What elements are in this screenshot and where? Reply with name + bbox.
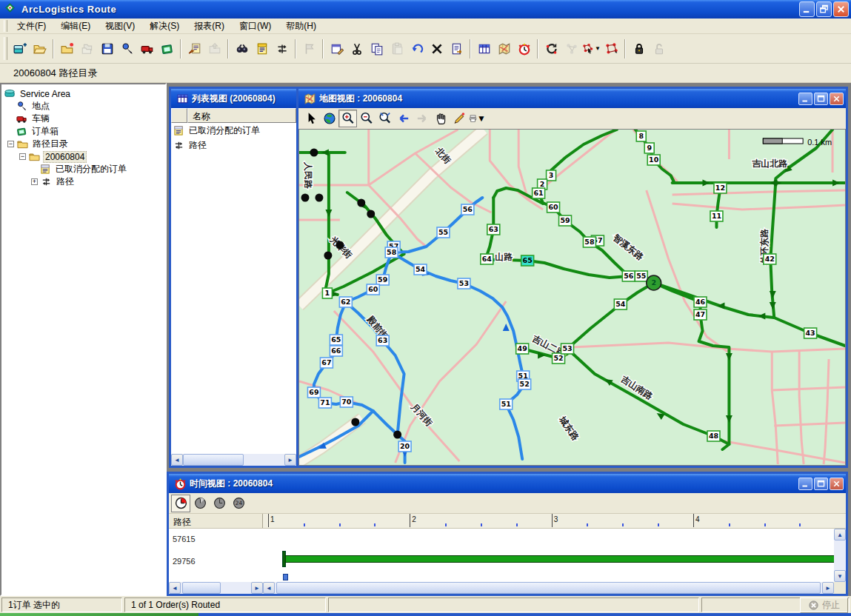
start-button-sliver[interactable] bbox=[0, 613, 198, 616]
map-marker-3[interactable]: 3 bbox=[547, 170, 556, 181]
tree-item-车辆[interactable]: 车辆 bbox=[1, 113, 165, 125]
blank-column-header[interactable] bbox=[171, 108, 187, 123]
toolbar-button-locations[interactable] bbox=[117, 38, 137, 58]
map-marker-53[interactable]: 53 bbox=[561, 344, 574, 354]
map-close-button[interactable] bbox=[830, 93, 844, 105]
toolbar-button-open[interactable] bbox=[30, 38, 50, 58]
timeline-position-marker[interactable] bbox=[283, 574, 288, 580]
scroll-left-arrow[interactable]: ◄ bbox=[171, 454, 183, 466]
map-marker-63[interactable]: 63 bbox=[376, 335, 389, 346]
toolbar-button-find[interactable] bbox=[232, 38, 252, 58]
map-marker-49[interactable]: 49 bbox=[516, 344, 529, 354]
time-minimize-button[interactable] bbox=[798, 478, 812, 490]
scroll-left-arrow[interactable]: ◄ bbox=[263, 582, 275, 594]
map-marker-66[interactable]: 66 bbox=[330, 346, 342, 356]
tree-item-20060804[interactable]: −20060804 bbox=[1, 150, 165, 163]
time-row-57615[interactable]: 57615 bbox=[173, 535, 196, 543]
toolbar-button-reroute[interactable]: ▼ bbox=[581, 38, 601, 58]
time-right-hscrollbar[interactable]: ◄ ► bbox=[263, 582, 834, 594]
toolbar-button-order-box[interactable] bbox=[157, 38, 177, 58]
toolbar-button-undo[interactable] bbox=[407, 38, 427, 58]
menu-item-解决(S)[interactable]: 解决(S) bbox=[142, 19, 187, 33]
toolbar-button-save[interactable] bbox=[97, 38, 117, 58]
tree-item-已取消分配的订单[interactable]: 已取消分配的订单 bbox=[1, 163, 165, 175]
scroll-left-arrow[interactable]: ◄ bbox=[169, 582, 181, 594]
toolbar-button-properties[interactable] bbox=[327, 38, 347, 58]
tree-item-订单箱[interactable]: 订单箱 bbox=[1, 125, 165, 138]
map-tool-globe-extent[interactable] bbox=[320, 110, 338, 127]
map-tool-back[interactable] bbox=[394, 110, 413, 127]
time-view-titlebar[interactable]: 时间视图 : 20060804 bbox=[169, 474, 846, 493]
map-marker-55[interactable]: 55 bbox=[635, 271, 647, 281]
toolbar-button-list-view[interactable] bbox=[252, 38, 272, 58]
map-marker-47[interactable]: 47 bbox=[694, 309, 707, 320]
time-tool-clock-24[interactable]: 24 bbox=[229, 495, 248, 512]
menu-item-编辑(E)[interactable]: 编辑(E) bbox=[53, 19, 98, 33]
menu-item-视图(V)[interactable]: 视图(V) bbox=[98, 19, 142, 33]
map-maximize-button[interactable] bbox=[814, 93, 828, 105]
time-vscrollbar[interactable]: ▲ ▼ bbox=[834, 529, 846, 582]
map-marker-62[interactable]: 62 bbox=[339, 297, 352, 307]
toolbar-button-vehicles[interactable] bbox=[137, 38, 157, 58]
map-tool-zoom-out[interactable] bbox=[357, 110, 376, 127]
menu-item-窗口(W)[interactable]: 窗口(W) bbox=[232, 19, 278, 33]
map-marker-54[interactable]: 54 bbox=[614, 299, 627, 309]
map-canvas[interactable]: 北街人民路光华街吉山北路智溪东路外环东路山路吉山二路吉山南路城东路月河街殿前街8… bbox=[298, 129, 846, 466]
map-marker-60[interactable]: 60 bbox=[547, 202, 560, 212]
map-marker-65[interactable]: 65 bbox=[330, 335, 342, 345]
map-marker-67[interactable]: 67 bbox=[320, 358, 333, 368]
map-marker-52[interactable]: 52 bbox=[518, 379, 531, 389]
time-row-29756[interactable]: 29756 bbox=[173, 557, 196, 566]
toolbar-button-new-database[interactable] bbox=[10, 38, 30, 58]
map-tool-print[interactable]: ▼ bbox=[468, 110, 487, 127]
map-marker-59[interactable]: 59 bbox=[376, 275, 389, 285]
toolbar-button-cut[interactable] bbox=[347, 38, 367, 58]
toolbar-button-time-view[interactable] bbox=[514, 38, 534, 58]
tree-item-路径目录[interactable]: −路径目录 bbox=[1, 138, 165, 150]
map-tool-zoom-selected[interactable] bbox=[376, 110, 394, 127]
time-tool-clock-day[interactable] bbox=[171, 495, 190, 512]
map-tool-pan[interactable] bbox=[431, 110, 450, 127]
toolbar-button-import-orders[interactable] bbox=[184, 38, 204, 58]
minimize-button[interactable] bbox=[799, 1, 815, 17]
toolbar-button-copy[interactable] bbox=[367, 38, 387, 58]
map-tool-zoom-in[interactable] bbox=[338, 110, 357, 127]
time-tool-clock-quarter[interactable] bbox=[190, 495, 210, 512]
map-marker-43[interactable]: 43 bbox=[804, 328, 817, 338]
map-marker-53[interactable]: 53 bbox=[458, 278, 470, 289]
map-marker-63[interactable]: 63 bbox=[487, 224, 500, 235]
tree-expander-collapse[interactable]: − bbox=[19, 153, 26, 160]
list-view-titlebar[interactable]: 列表视图 (20060804) bbox=[171, 89, 296, 108]
map-marker-8[interactable]: 8 bbox=[636, 131, 646, 141]
stop-button[interactable]: 停止 bbox=[800, 597, 848, 613]
toolbar-button-map-view[interactable] bbox=[494, 38, 514, 58]
map-marker-71[interactable]: 71 bbox=[318, 398, 331, 408]
toolbar-button-network[interactable] bbox=[601, 38, 621, 58]
tree-expander-collapse[interactable]: − bbox=[7, 141, 14, 147]
tree-item-Service Area[interactable]: Service Area bbox=[1, 87, 165, 100]
map-marker-56[interactable]: 56 bbox=[461, 204, 474, 215]
toolbar-button-lock[interactable] bbox=[629, 38, 649, 58]
map-marker-58[interactable]: 58 bbox=[583, 237, 595, 247]
scroll-down-arrow[interactable]: ▼ bbox=[834, 570, 846, 582]
map-marker-42[interactable]: 42 bbox=[764, 254, 776, 264]
map-marker-69[interactable]: 69 bbox=[307, 387, 320, 398]
map-marker-54[interactable]: 54 bbox=[414, 264, 427, 275]
menu-item-帮助(H)[interactable]: 帮助(H) bbox=[278, 19, 324, 33]
menu-item-文件(F)[interactable]: 文件(F) bbox=[10, 19, 53, 33]
map-marker-11[interactable]: 11 bbox=[710, 211, 723, 221]
map-marker-10[interactable]: 10 bbox=[647, 155, 660, 165]
menu-item-报表(R)[interactable]: 报表(R) bbox=[187, 19, 232, 33]
scroll-up-arrow[interactable]: ▲ bbox=[834, 529, 846, 540]
map-marker-51[interactable]: 51 bbox=[500, 399, 513, 409]
map-marker-46[interactable]: 46 bbox=[694, 297, 707, 307]
list-row-已取消分配的订单[interactable]: 已取消分配的订单 bbox=[171, 123, 296, 138]
map-marker-58[interactable]: 58 bbox=[385, 247, 398, 258]
scroll-right-arrow[interactable]: ► bbox=[284, 454, 296, 466]
map-marker-12[interactable]: 12 bbox=[714, 183, 727, 193]
map-marker-65[interactable]: 65 bbox=[521, 255, 534, 266]
toolbar-button-delete[interactable] bbox=[427, 38, 447, 58]
toolbar-button-routes-view[interactable] bbox=[272, 38, 292, 58]
map-tool-select-arrow[interactable] bbox=[301, 110, 320, 127]
toolbar-button-paste-special[interactable] bbox=[447, 38, 467, 58]
